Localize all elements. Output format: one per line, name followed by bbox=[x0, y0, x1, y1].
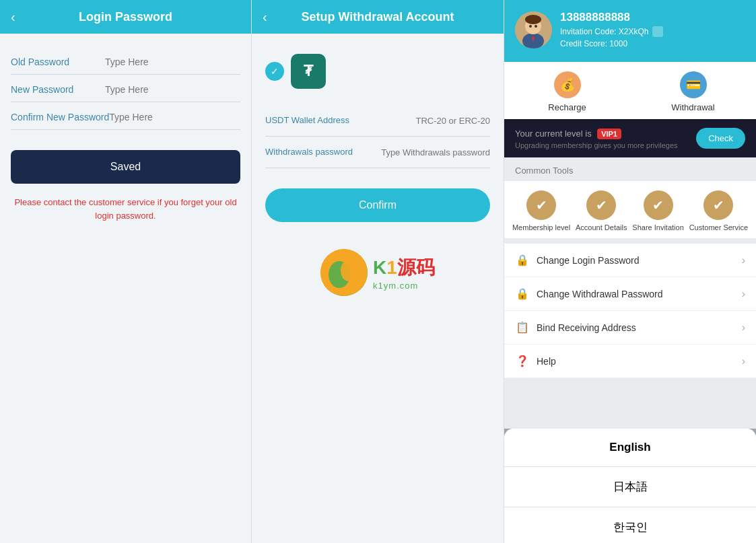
vip-banner: Your current level is VIP1 Upgrading mem… bbox=[504, 119, 756, 157]
share-icon: ✔ bbox=[644, 190, 673, 220]
chevron-right-icon-2: › bbox=[742, 288, 745, 300]
withdrawal-password-input[interactable] bbox=[353, 147, 490, 157]
logo-area: K1源码 k1ym.com bbox=[265, 249, 490, 296]
customer-service-icon: ✔ bbox=[703, 190, 733, 220]
withdrawal-password-label: Withdrawals password bbox=[265, 146, 353, 158]
help-label: Help bbox=[537, 356, 742, 367]
panel1-content: Old Password New Password Confirm New Pa… bbox=[0, 34, 251, 543]
avatar bbox=[515, 11, 552, 48]
withdrawal-password-row: Withdrawals password bbox=[265, 137, 490, 168]
account-icon: ✔ bbox=[586, 190, 616, 220]
korean-option[interactable]: 한국인 bbox=[504, 507, 756, 543]
profile-phone: 13888888888 bbox=[560, 11, 745, 24]
lock-icon-2: 🔒 bbox=[515, 287, 530, 300]
confirm-password-label: Confirm New Password bbox=[11, 112, 109, 122]
menu-list: 🔒 Change Login Password › 🔒 Change Withd… bbox=[504, 244, 756, 378]
withdrawal-icon: 💳 bbox=[680, 71, 707, 98]
bind-address-item[interactable]: 📋 Bind Receiving Address › bbox=[504, 311, 756, 345]
vip-text: Your current level is bbox=[515, 129, 592, 139]
copy-icon[interactable] bbox=[652, 26, 663, 37]
tools-row: ✔ Membership level ✔ Account Details ✔ S… bbox=[504, 181, 756, 238]
svg-point-7 bbox=[529, 25, 532, 28]
panel2-content: ✓ ₮ USDT Wallet Address Withdrawals pass… bbox=[252, 34, 504, 543]
profile-header: 13888888888 Invitation Code: X2XkQh Cred… bbox=[504, 0, 756, 62]
panel1-title: Login Password bbox=[79, 10, 172, 24]
vip-info: Your current level is VIP1 Upgrading mem… bbox=[515, 127, 678, 149]
wallet-address-row: USDT Wallet Address bbox=[265, 105, 490, 137]
back-arrow-icon[interactable]: ‹ bbox=[11, 9, 15, 25]
confirm-button[interactable]: Confirm bbox=[265, 188, 490, 222]
common-tools-label: Common Tools bbox=[504, 157, 756, 181]
panel2-header: ‹ Setup Withdrawal Account bbox=[252, 0, 504, 34]
japanese-option[interactable]: 日本語 bbox=[504, 467, 756, 507]
change-withdrawal-password-label: Change Withdrawal Password bbox=[537, 289, 742, 299]
coin-check-icon: ✓ bbox=[265, 62, 284, 81]
logo-k1-text: K1源码 bbox=[373, 255, 435, 281]
withdrawal-label: Withdrawal bbox=[671, 102, 714, 112]
lock-icon-1: 🔒 bbox=[515, 254, 530, 266]
share-invitation-label: Share Invitation bbox=[632, 223, 683, 231]
contact-text: Please contact the customer service if y… bbox=[11, 196, 240, 222]
help-icon: ❓ bbox=[515, 355, 530, 367]
vip-sub: Upgrading membership gives you more priv… bbox=[515, 141, 678, 149]
chevron-right-icon-1: › bbox=[742, 254, 745, 266]
logo-text: K1源码 k1ym.com bbox=[373, 255, 435, 291]
login-password-panel: ‹ Login Password Old Password New Passwo… bbox=[0, 0, 251, 543]
membership-level-tool[interactable]: ✔ Membership level bbox=[512, 190, 570, 231]
panel1-header: ‹ Login Password bbox=[0, 0, 251, 34]
new-password-group: New Password bbox=[11, 75, 240, 102]
wallet-address-input[interactable] bbox=[349, 116, 490, 126]
english-option[interactable]: English bbox=[504, 429, 756, 467]
recharge-icon: 💰 bbox=[554, 71, 581, 98]
wallet-address-label: USDT Wallet Address bbox=[265, 114, 349, 126]
share-invitation-tool[interactable]: ✔ Share Invitation bbox=[632, 190, 683, 231]
account-details-label: Account Details bbox=[576, 223, 627, 231]
vip-level-row: Your current level is VIP1 bbox=[515, 127, 678, 139]
help-item[interactable]: ❓ Help › bbox=[504, 345, 756, 378]
profile-info: 13888888888 Invitation Code: X2XkQh Cred… bbox=[560, 11, 745, 48]
withdrawal-button[interactable]: 💳 Withdrawal bbox=[630, 71, 756, 112]
language-modal-overlay: English 日本語 한국인 Cancel bbox=[504, 429, 756, 543]
back-arrow-icon-2[interactable]: ‹ bbox=[263, 9, 267, 25]
old-password-input[interactable] bbox=[105, 57, 240, 67]
confirm-password-input[interactable] bbox=[109, 112, 240, 122]
check-button[interactable]: Check bbox=[696, 128, 745, 149]
customer-service-label: Customer Service bbox=[689, 223, 748, 231]
change-login-password-item[interactable]: 🔒 Change Login Password › bbox=[504, 244, 756, 277]
chevron-right-icon-3: › bbox=[742, 322, 745, 334]
withdrawal-account-panel: ‹ Setup Withdrawal Account ✓ ₮ USDT Wall… bbox=[251, 0, 504, 543]
confirm-password-group: Confirm New Password bbox=[11, 102, 240, 130]
language-modal: English 日本語 한국인 Cancel bbox=[504, 429, 756, 543]
usdt-coin-icon: ₮ bbox=[291, 54, 326, 89]
change-withdrawal-password-item[interactable]: 🔒 Change Withdrawal Password › bbox=[504, 277, 756, 311]
profile-invite: Invitation Code: X2XkQh bbox=[560, 26, 745, 37]
logo-url: k1ym.com bbox=[373, 281, 435, 291]
logo-circle-icon bbox=[320, 249, 368, 296]
clipboard-icon: 📋 bbox=[515, 321, 530, 334]
svg-point-6 bbox=[525, 15, 541, 24]
membership-label: Membership level bbox=[512, 223, 570, 231]
save-button[interactable]: Saved bbox=[11, 150, 240, 184]
new-password-label: New Password bbox=[11, 84, 105, 95]
old-password-group: Old Password bbox=[11, 47, 240, 75]
recharge-label: Recharge bbox=[548, 102, 586, 112]
svg-point-8 bbox=[535, 25, 537, 28]
customer-service-tool[interactable]: ✔ Customer Service bbox=[689, 190, 748, 231]
new-password-input[interactable] bbox=[105, 84, 240, 95]
old-password-label: Old Password bbox=[11, 57, 105, 67]
action-row: 💰 Recharge 💳 Withdrawal bbox=[504, 62, 756, 119]
change-login-password-label: Change Login Password bbox=[537, 255, 742, 266]
profile-panel: 13888888888 Invitation Code: X2XkQh Cred… bbox=[504, 0, 756, 543]
recharge-button[interactable]: 💰 Recharge bbox=[504, 71, 630, 112]
bind-address-label: Bind Receiving Address bbox=[537, 322, 742, 333]
membership-icon: ✔ bbox=[526, 190, 556, 220]
profile-credit: Credit Score: 1000 bbox=[560, 39, 745, 48]
account-details-tool[interactable]: ✔ Account Details bbox=[576, 190, 627, 231]
coin-selector[interactable]: ✓ ₮ bbox=[265, 54, 490, 89]
vip-badge: VIP1 bbox=[597, 129, 621, 139]
svg-point-2 bbox=[341, 260, 357, 281]
chevron-right-icon-4: › bbox=[742, 355, 745, 367]
panel2-title: Setup Withdrawal Account bbox=[301, 10, 454, 24]
